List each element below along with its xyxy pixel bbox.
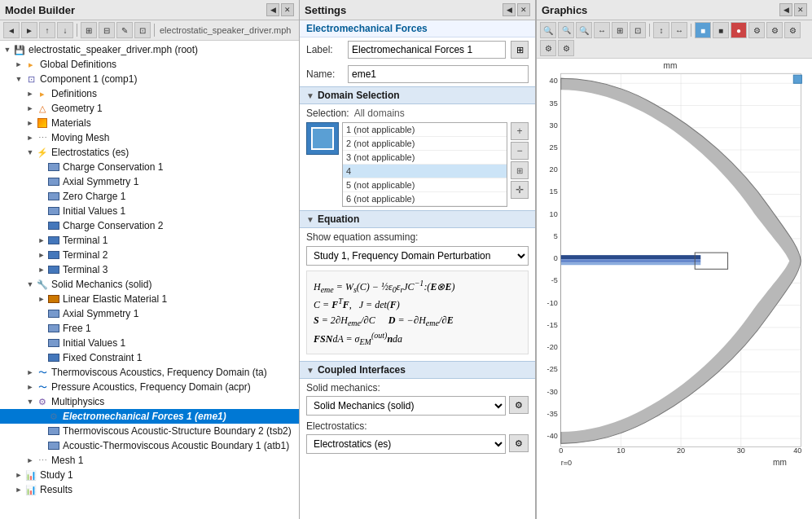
domain-move-btn[interactable]: ✛: [511, 181, 529, 199]
tree-item-multiphysics[interactable]: ▼⚙Multiphysics: [0, 394, 299, 409]
domain-section-header[interactable]: ▼ Domain Selection: [300, 86, 535, 104]
tree-item-zero-charge1[interactable]: Zero Charge 1: [0, 189, 299, 204]
tree-toggle-initial-val1[interactable]: [36, 205, 47, 217]
tree-item-initial-val-solid[interactable]: Initial Values 1: [0, 336, 299, 350]
tree-item-terminal1[interactable]: ►Terminal 1: [0, 233, 299, 248]
tree-item-pressure-acoustics[interactable]: ►〜Pressure Acoustics, Frequency Domain (…: [0, 380, 299, 394]
view-btn4[interactable]: ⚙: [748, 22, 765, 38]
tree-toggle-fixed-constraint[interactable]: [36, 352, 47, 363]
tree-toggle-free1[interactable]: [36, 323, 47, 334]
domain-item-6[interactable]: 6 (not applicable): [343, 192, 507, 206]
view-btn1[interactable]: ■: [695, 22, 711, 38]
tree-item-linear-elastic[interactable]: ►Linear Elastic Material 1: [0, 292, 299, 306]
tree-item-thermoviscous[interactable]: ►〜Thermoviscous Acoustics, Frequency Dom…: [0, 365, 299, 380]
domain-copy-btn[interactable]: ⊞: [511, 161, 529, 179]
domain-list[interactable]: 1 (not applicable)2 (not applicable)3 (n…: [342, 122, 507, 207]
tb-grid[interactable]: ⊡: [134, 22, 151, 38]
tree-item-global-defs[interactable]: ►▸Global Definitions: [0, 57, 299, 72]
tree-item-root[interactable]: ▼💾electrostatic_speaker_driver.mph (root…: [0, 42, 299, 57]
tree-toggle-definitions[interactable]: ►: [24, 88, 36, 99]
tree-item-terminal3[interactable]: ►Terminal 3: [0, 262, 299, 277]
tb-edit[interactable]: ✎: [116, 22, 133, 38]
tb-expand[interactable]: ⊟: [99, 22, 115, 38]
eq-select[interactable]: Study 1, Frequency Domain Perturbation: [306, 246, 529, 266]
domain-add-btn[interactable]: +: [511, 122, 529, 140]
zoom-box-btn[interactable]: 🔍: [576, 22, 592, 38]
tree-toggle-global-defs[interactable]: ►: [13, 59, 24, 70]
tb-add[interactable]: ⊞: [81, 22, 97, 38]
tree-item-charge-cons1[interactable]: Charge Conservation 1: [0, 160, 299, 174]
label-input[interactable]: [348, 41, 506, 59]
tree-item-definitions[interactable]: ►▸Definitions: [0, 86, 299, 101]
tree-toggle-materials[interactable]: ►: [24, 117, 36, 129]
tree-item-axial-sym-solid[interactable]: Axial Symmetry 1: [0, 306, 299, 321]
tree-item-axial-sym1[interactable]: Axial Symmetry 1: [0, 174, 299, 189]
settings-close-btn[interactable]: ✕: [517, 3, 530, 16]
tree-toggle-electrostatics[interactable]: ▼: [24, 147, 36, 158]
settings-pin-btn[interactable]: ◀: [503, 3, 516, 16]
view-btn8[interactable]: ⚙: [558, 40, 574, 56]
tree-toggle-initial-val-solid[interactable]: [36, 337, 47, 349]
graphics-pin-btn[interactable]: ◀: [779, 3, 792, 16]
name-input[interactable]: [348, 65, 529, 83]
tree-item-geometry1[interactable]: ►△Geometry 1: [0, 101, 299, 116]
view-btn7[interactable]: ⚙: [540, 40, 556, 56]
pin-btn[interactable]: ◀: [266, 3, 279, 16]
tree-toggle-results[interactable]: ►: [13, 484, 24, 495]
tree-item-initial-val1[interactable]: Initial Values 1: [0, 204, 299, 218]
graphics-canvas[interactable]: mm 40 35 30 25 20 15 10 5 0 -5 -10 -15 -…: [537, 59, 812, 519]
equation-section-header[interactable]: ▼ Equation: [300, 210, 535, 228]
view-btn6[interactable]: ⚙: [784, 22, 801, 38]
coupled-section-header[interactable]: ▼ Coupled Interfaces: [300, 361, 535, 379]
domain-item-4[interactable]: 4: [343, 165, 507, 178]
solid-select[interactable]: Solid Mechanics (solid): [306, 396, 506, 416]
tree-toggle-pressure-acoustics[interactable]: ►: [24, 381, 36, 393]
tree-toggle-comp1[interactable]: ▼: [13, 73, 24, 85]
grid-btn[interactable]: ⊞: [612, 22, 628, 38]
domain-item-2[interactable]: 2 (not applicable): [343, 137, 507, 151]
rotate-btn[interactable]: ↕: [653, 22, 669, 38]
view-btn2[interactable]: ■: [713, 22, 729, 38]
view-btn3[interactable]: ●: [731, 22, 747, 38]
domain-item-3[interactable]: 3 (not applicable): [343, 151, 507, 165]
close-btn[interactable]: ✕: [281, 3, 294, 16]
tree-item-moving-mesh[interactable]: ►⋯Moving Mesh: [0, 130, 299, 145]
tree-toggle-thermoviscous[interactable]: ►: [24, 367, 36, 378]
tb-up[interactable]: ↑: [39, 22, 55, 38]
tree-item-atb1[interactable]: Acoustic-Thermoviscous Acoustic Boundary…: [0, 438, 299, 453]
axes-btn[interactable]: ⊡: [630, 22, 646, 38]
tree-toggle-eme1[interactable]: [36, 411, 47, 422]
domain-item-5[interactable]: 5 (not applicable): [343, 178, 507, 192]
tree-toggle-axial-sym-solid[interactable]: [36, 308, 47, 319]
tree-toggle-axial-sym1[interactable]: [36, 176, 47, 187]
pan-btn[interactable]: ↔: [671, 22, 687, 38]
tree-item-charge-cons2[interactable]: Charge Conservation 2: [0, 218, 299, 233]
solid-settings-btn[interactable]: ⚙: [509, 396, 529, 414]
tree-toggle-root[interactable]: ▼: [2, 44, 13, 55]
domain-item-1[interactable]: 1 (not applicable): [343, 123, 507, 137]
fit-btn[interactable]: ↔: [594, 22, 610, 38]
tree-toggle-tsb2[interactable]: [36, 425, 47, 437]
tree-item-fixed-constraint[interactable]: Fixed Constraint 1: [0, 350, 299, 365]
tree-item-study1[interactable]: ►📊Study 1: [0, 468, 299, 482]
tree-toggle-charge-cons2[interactable]: [36, 220, 47, 231]
tree-item-tsb2[interactable]: Thermoviscous Acoustic-Structure Boundar…: [0, 424, 299, 438]
tree-item-results[interactable]: ►📊Results: [0, 482, 299, 497]
domain-remove-btn[interactable]: −: [511, 142, 529, 160]
tree-toggle-terminal2[interactable]: ►: [36, 249, 47, 261]
tree-toggle-multiphysics[interactable]: ▼: [24, 396, 36, 407]
tree-item-comp1[interactable]: ▼⊡Component 1 (comp1): [0, 72, 299, 86]
tree-item-electrostatics[interactable]: ▼⚡Electrostatics (es): [0, 145, 299, 160]
tree-toggle-terminal3[interactable]: ►: [36, 264, 47, 275]
tb-back[interactable]: ◄: [3, 22, 20, 38]
tree-toggle-terminal1[interactable]: ►: [36, 235, 47, 246]
tree-toggle-moving-mesh[interactable]: ►: [24, 132, 36, 143]
zoom-out-btn[interactable]: 🔍: [558, 22, 574, 38]
tree-toggle-atb1[interactable]: [36, 440, 47, 451]
tree-toggle-solid-mech[interactable]: ▼: [24, 279, 36, 290]
tree-item-mesh1[interactable]: ►⋯Mesh 1: [0, 453, 299, 468]
tree-item-free1[interactable]: Free 1: [0, 321, 299, 336]
tree-toggle-charge-cons1[interactable]: [36, 161, 47, 173]
tree-item-materials[interactable]: ►Materials: [0, 116, 299, 130]
tree-toggle-zero-charge1[interactable]: [36, 191, 47, 202]
